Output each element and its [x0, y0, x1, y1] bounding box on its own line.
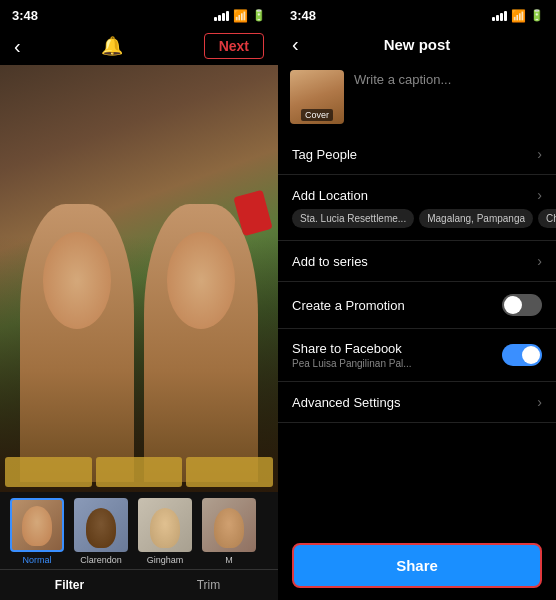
filter-name-normal: Normal [22, 555, 51, 565]
filter-bar: Normal Clarendon Gingham M [0, 492, 278, 569]
left-panel: 3:48 📶 🔋 ‹ 🔔 Next [0, 0, 278, 600]
filter-name-clarendon: Clarendon [80, 555, 122, 565]
chip-2[interactable]: Chr... [538, 209, 556, 228]
facebook-sub: Pea Luisa Pangilinan Pal... [292, 358, 412, 369]
tag-people-chevron-icon: › [537, 146, 542, 162]
chip-0[interactable]: Sta. Lucia Resettleme... [292, 209, 414, 228]
filter-thumb-gingham [138, 498, 192, 552]
cover-thumbnail[interactable]: Cover [290, 70, 344, 124]
filter-m[interactable]: M [200, 498, 258, 565]
photo-background [0, 65, 278, 492]
tab-filter[interactable]: Filter [0, 570, 139, 600]
post-header: Cover Write a caption... [278, 64, 556, 134]
add-to-series-chevron-icon: › [537, 253, 542, 269]
bottom-tabs: Filter Trim [0, 569, 278, 600]
right-signal-icon [492, 11, 507, 21]
snack-2 [96, 457, 183, 487]
add-to-series-item[interactable]: Add to series › [278, 241, 556, 282]
filter-face-clarendon [86, 508, 116, 548]
signal-icon [214, 11, 229, 21]
filter-name-gingham: Gingham [147, 555, 184, 565]
advanced-settings-item[interactable]: Advanced Settings › [278, 382, 556, 423]
filter-thumb-clarendon [74, 498, 128, 552]
toggle-knob-facebook [522, 346, 540, 364]
filter-gingham[interactable]: Gingham [136, 498, 194, 565]
add-to-series-label: Add to series [292, 254, 368, 269]
tab-trim[interactable]: Trim [139, 570, 278, 600]
next-button[interactable]: Next [204, 33, 264, 59]
share-button-wrap: Share [278, 527, 556, 600]
snack-3 [186, 457, 273, 487]
cover-label: Cover [301, 109, 333, 121]
share-facebook-row: Share to Facebook Pea Luisa Pangilinan P… [278, 329, 556, 382]
menu-list: Tag People › Add Location › Sta. Lucia R… [278, 134, 556, 527]
volume-icon[interactable]: 🔔 [101, 35, 123, 57]
filter-normal[interactable]: Normal [8, 498, 66, 565]
location-chips: Sta. Lucia Resettleme... Magalang, Pampa… [292, 209, 556, 228]
right-time: 3:48 [290, 8, 316, 23]
back-button-left[interactable]: ‹ [14, 35, 21, 58]
filter-face-m [214, 508, 244, 548]
create-promotion-toggle[interactable] [502, 294, 542, 316]
caption-input[interactable]: Write a caption... [354, 70, 544, 87]
filter-list: Normal Clarendon Gingham M [0, 498, 278, 565]
figure-left [20, 204, 134, 482]
share-button[interactable]: Share [292, 543, 542, 588]
right-toolbar: ‹ New post [278, 27, 556, 64]
page-title: New post [384, 36, 451, 53]
tag-people-item[interactable]: Tag People › [278, 134, 556, 175]
share-facebook-label: Share to Facebook [292, 341, 412, 356]
left-status-bar: 3:48 📶 🔋 [0, 0, 278, 27]
figure-right [144, 204, 258, 482]
left-toolbar: ‹ 🔔 Next [0, 27, 278, 65]
create-promotion-label: Create a Promotion [292, 298, 405, 313]
create-promotion-row: Create a Promotion [278, 282, 556, 329]
chip-1[interactable]: Magalang, Pampanga [419, 209, 533, 228]
right-panel: 3:48 📶 🔋 ‹ New post Cover Write a captio… [278, 0, 556, 600]
tag-people-label: Tag People [292, 147, 357, 162]
right-status-icons: 📶 🔋 [492, 9, 544, 23]
add-location-label: Add Location [292, 188, 368, 203]
filter-face-gingham [150, 508, 180, 548]
toggle-knob-promotion [504, 296, 522, 314]
filter-clarendon[interactable]: Clarendon [72, 498, 130, 565]
filter-name-m: M [225, 555, 233, 565]
filter-thumb-normal [10, 498, 64, 552]
right-status-bar: 3:48 📶 🔋 [278, 0, 556, 27]
filter-face-normal [22, 506, 52, 546]
add-location-item[interactable]: Add Location › Sta. Lucia Resettleme... … [278, 175, 556, 241]
snack-1 [5, 457, 92, 487]
left-time: 3:48 [12, 8, 38, 23]
wifi-icon: 📶 [233, 9, 248, 23]
advanced-settings-label: Advanced Settings [292, 395, 400, 410]
right-battery-icon: 🔋 [530, 9, 544, 22]
add-location-chevron-icon: › [537, 187, 542, 203]
facebook-info: Share to Facebook Pea Luisa Pangilinan P… [292, 341, 412, 369]
share-facebook-toggle[interactable] [502, 344, 542, 366]
left-status-icons: 📶 🔋 [214, 9, 266, 23]
filter-thumb-m [202, 498, 256, 552]
photo-area [0, 65, 278, 492]
battery-icon: 🔋 [252, 9, 266, 22]
back-button-right[interactable]: ‹ [292, 33, 299, 56]
photo-figures [20, 204, 258, 482]
advanced-settings-chevron-icon: › [537, 394, 542, 410]
right-wifi-icon: 📶 [511, 9, 526, 23]
snack-items [5, 457, 273, 487]
